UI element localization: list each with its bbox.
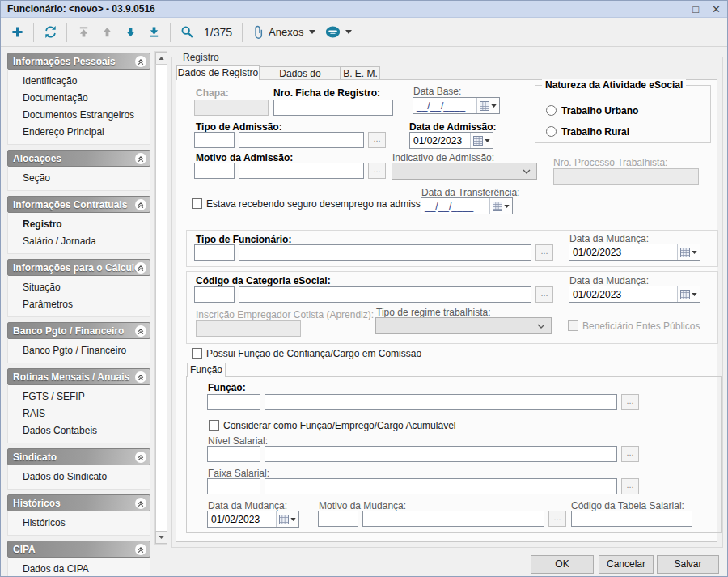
last-record-button[interactable] bbox=[144, 22, 163, 43]
radio-trabalho-rural[interactable] bbox=[546, 126, 557, 137]
sidebar-item-dados-cipa[interactable]: Dados da CIPA bbox=[8, 561, 150, 577]
tipo-admissao-code-input[interactable] bbox=[194, 132, 235, 148]
data-admissao-value[interactable]: 01/02/2023 bbox=[410, 133, 470, 148]
categoria-esocial-lookup-button[interactable]: ... bbox=[535, 286, 553, 303]
categoria-esocial-desc-input[interactable] bbox=[239, 286, 531, 303]
tab-bem[interactable]: B. E. M. bbox=[341, 66, 380, 80]
funcao-lookup-button[interactable]: ... bbox=[621, 394, 639, 410]
sidebar-item-dados-contabeis[interactable]: Dados Contabeis bbox=[8, 422, 150, 439]
acumulavel-checkbox[interactable] bbox=[209, 420, 219, 431]
maximize-button[interactable]: □ bbox=[692, 1, 699, 18]
motivo-mudanca-lookup-button[interactable]: ... bbox=[548, 511, 566, 527]
sidebar-item-banco-pgto-financeiro[interactable]: Banco Pgto / Financeiro bbox=[8, 342, 150, 359]
add-record-button[interactable] bbox=[7, 22, 27, 43]
calendar-dropdown-button[interactable] bbox=[677, 286, 700, 302]
section-header-rotinas[interactable]: Rotinas Mensais / Anuais bbox=[7, 368, 150, 385]
data-base-value[interactable]: __/__/____ bbox=[413, 98, 476, 113]
collapse-icon[interactable] bbox=[135, 325, 146, 337]
motivo-mudanca-desc-input[interactable] bbox=[362, 511, 544, 527]
badge-button[interactable] bbox=[322, 22, 355, 43]
sidebar-item-rais[interactable]: RAIS bbox=[8, 405, 150, 422]
section-header-cipa[interactable]: CIPA bbox=[7, 541, 150, 558]
collapse-icon[interactable] bbox=[135, 153, 146, 164]
tab-funcao[interactable]: Função bbox=[187, 363, 226, 377]
section-header-informacoes-pessoais[interactable]: Informações Pessoais bbox=[7, 53, 150, 70]
data-transferencia-input[interactable]: __/__/____ bbox=[421, 197, 513, 214]
calendar-dropdown-button[interactable] bbox=[470, 133, 493, 148]
funcao-data-mudanca-value[interactable]: 01/02/2023 bbox=[208, 511, 276, 527]
motivo-admissao-code-input[interactable] bbox=[194, 163, 235, 179]
nivel-salarial-desc-input[interactable] bbox=[265, 446, 617, 462]
sidebar-item-registro[interactable]: Registro bbox=[8, 216, 150, 233]
sidebar-item-documentacao[interactable]: Documentação bbox=[8, 90, 150, 107]
anexos-button[interactable]: Anexos bbox=[249, 22, 318, 43]
scroll-up-button[interactable] bbox=[155, 52, 167, 65]
sidebar-item-salario-jornada[interactable]: Salário / Jornada bbox=[8, 233, 150, 250]
data-admissao-input[interactable]: 01/02/2023 bbox=[409, 132, 493, 149]
tab-dados-de-registro[interactable]: Dados de Registro bbox=[176, 65, 260, 80]
save-button[interactable]: Salvar bbox=[657, 555, 719, 574]
motivo-admissao-lookup-button[interactable]: ... bbox=[368, 163, 386, 179]
sidebar-item-secao[interactable]: Seção bbox=[8, 170, 150, 187]
radio-trabalho-urbano[interactable] bbox=[546, 105, 557, 116]
faixa-salarial-code-input[interactable] bbox=[207, 478, 260, 494]
calendar-dropdown-button[interactable] bbox=[489, 198, 512, 214]
categoria-esocial-code-input[interactable] bbox=[194, 286, 235, 303]
section-header-informacoes-calculo[interactable]: Informações para o Cálculo bbox=[7, 259, 150, 276]
categoria-data-mudanca-input[interactable]: 01/02/2023 bbox=[569, 286, 700, 303]
previous-record-button[interactable] bbox=[97, 22, 116, 43]
first-record-button[interactable] bbox=[74, 22, 93, 43]
sidebar-item-fgts-sefip[interactable]: FGTS / SEFIP bbox=[8, 388, 150, 405]
section-header-alocacoes[interactable]: Alocações bbox=[7, 150, 150, 167]
tipo-funcionario-code-input[interactable] bbox=[194, 244, 235, 261]
ok-button[interactable]: OK bbox=[531, 555, 594, 574]
scrollbar-thumb[interactable] bbox=[155, 64, 167, 533]
refresh-button[interactable] bbox=[40, 22, 60, 43]
collapse-icon[interactable] bbox=[135, 199, 146, 210]
possui-funcao-checkbox[interactable] bbox=[192, 348, 202, 359]
nro-ficha-input[interactable] bbox=[273, 100, 393, 116]
sidebar-scrollbar[interactable] bbox=[154, 51, 167, 545]
collapse-icon[interactable] bbox=[135, 544, 146, 555]
tipo-admissao-desc-input[interactable] bbox=[239, 132, 364, 148]
tipo-admissao-lookup-button[interactable]: ... bbox=[368, 132, 386, 148]
tipo-funcionario-lookup-button[interactable]: ... bbox=[535, 244, 553, 261]
section-header-informacoes-contratuais[interactable]: Informações Contratuais bbox=[7, 196, 150, 213]
sidebar-item-situacao[interactable]: Situação bbox=[8, 279, 150, 296]
tab-dados-do-contrato[interactable]: Dados do Contrato bbox=[260, 66, 341, 80]
next-record-button[interactable] bbox=[121, 22, 140, 43]
collapse-icon[interactable] bbox=[135, 371, 146, 383]
tabela-salarial-input[interactable] bbox=[571, 511, 692, 527]
data-transferencia-value[interactable]: __/__/____ bbox=[421, 198, 489, 214]
collapse-icon[interactable] bbox=[135, 452, 146, 463]
seguro-desemprego-checkbox[interactable] bbox=[192, 198, 202, 209]
collapse-icon[interactable] bbox=[135, 56, 146, 67]
section-header-banco-pgto[interactable]: Banco Pgto / Financeiro bbox=[7, 322, 150, 339]
sidebar-item-documentos-estrangeiros[interactable]: Documentos Estrangeiros bbox=[8, 107, 150, 124]
sidebar-item-endereco-principal[interactable]: Endereço Principal bbox=[8, 124, 150, 141]
data-base-input[interactable]: __/__/____ bbox=[413, 97, 500, 114]
scroll-down-button[interactable] bbox=[155, 531, 167, 544]
tipo-funcionario-data-mudanca-value[interactable]: 01/02/2023 bbox=[569, 244, 677, 260]
calendar-dropdown-button[interactable] bbox=[476, 98, 499, 113]
funcao-desc-input[interactable] bbox=[265, 394, 617, 410]
tipo-funcionario-data-mudanca-input[interactable]: 01/02/2023 bbox=[569, 244, 700, 261]
section-header-sindicato[interactable]: Sindicato bbox=[7, 448, 150, 465]
collapse-icon[interactable] bbox=[135, 498, 146, 509]
sidebar-item-historicos[interactable]: Históricos bbox=[8, 515, 150, 532]
calendar-dropdown-button[interactable] bbox=[677, 244, 700, 260]
sidebar-item-dados-sindicato[interactable]: Dados do Sindicato bbox=[8, 469, 150, 486]
nivel-salarial-code-input[interactable] bbox=[207, 446, 260, 462]
collapse-icon[interactable] bbox=[135, 262, 146, 274]
motivo-mudanca-code-input[interactable] bbox=[318, 511, 358, 527]
sidebar-item-parametros[interactable]: Parâmetros bbox=[8, 296, 150, 313]
faixa-salarial-desc-input[interactable] bbox=[265, 478, 617, 494]
calendar-dropdown-button[interactable] bbox=[276, 511, 298, 527]
sidebar-item-identificacao[interactable]: Identificação bbox=[8, 73, 150, 90]
funcao-code-input[interactable] bbox=[207, 394, 260, 410]
cancel-button[interactable]: Cancelar bbox=[599, 555, 654, 574]
nivel-salarial-lookup-button[interactable]: ... bbox=[621, 446, 639, 462]
faixa-salarial-lookup-button[interactable]: ... bbox=[621, 478, 639, 494]
funcao-data-mudanca-input[interactable]: 01/02/2023 bbox=[207, 511, 299, 528]
categoria-data-mudanca-value[interactable]: 01/02/2023 bbox=[569, 286, 677, 302]
